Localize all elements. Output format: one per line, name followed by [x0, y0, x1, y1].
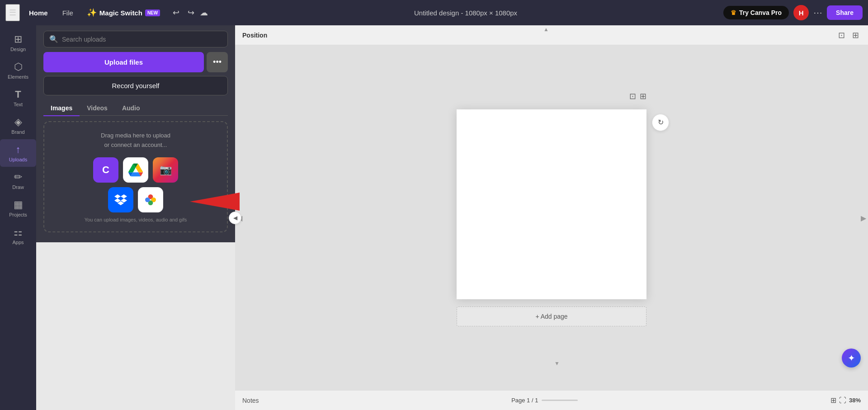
sidebar-item-projects[interactable]: ▦ Projects — [0, 194, 36, 222]
sidebar-apps-label: Apps — [12, 240, 24, 245]
canvas-resize-icon[interactable]: ⊡ — [836, 28, 847, 42]
try-pro-button[interactable]: ♛ Try Canva Pro — [723, 6, 789, 19]
search-input[interactable] — [62, 36, 222, 43]
canvas-add-icon[interactable]: ⊞ — [850, 28, 861, 42]
connect-icons-row1: C 📷 — [52, 157, 220, 183]
page-info: Page 1 / 1 — [264, 397, 825, 404]
uploads-panel: 🔍 Upload files ••• Record yourself Image… — [36, 25, 235, 242]
canvas-top-icons: ⊡ ⊞ — [629, 91, 646, 101]
design-icon: ⊞ — [14, 33, 22, 45]
sidebar-brand-label: Brand — [11, 129, 24, 135]
canvas-area: ▲ Position ⊡ ⊞ ◀ ▶ ⊡ ⊞ — [235, 25, 868, 410]
connect-canva-icon[interactable]: C — [93, 157, 118, 183]
sidebar-item-text[interactable]: T Text — [0, 84, 36, 112]
magic-switch-button[interactable]: ✨ Magic Switch NEW — [82, 6, 165, 19]
fullscreen-button[interactable]: ⛶ — [839, 396, 846, 405]
canvas-scroll[interactable]: ◀ ▶ ⊡ ⊞ ↻ + Add page ▼ — [235, 45, 868, 390]
helper-bot-button[interactable]: ✦ — [842, 349, 861, 368]
media-tabs: Images Videos Audio — [43, 101, 228, 116]
page-canvas — [457, 109, 646, 299]
sidebar-design-label: Design — [10, 47, 26, 52]
upload-hint: You can upload images, videos, audio and… — [52, 217, 220, 222]
svg-point-3 — [145, 197, 150, 202]
add-page-button[interactable]: + Add page — [457, 306, 646, 326]
file-button[interactable]: File — [57, 7, 79, 19]
uploads-icon: ↑ — [16, 144, 21, 156]
connect-gphotos-icon[interactable] — [138, 187, 163, 212]
sidebar-text-label: Text — [14, 102, 23, 107]
main-area: ⊞ Design ⬡ Elements T Text ◈ Brand ↑ Upl… — [0, 25, 868, 410]
zoom-level: 38% — [849, 397, 861, 404]
sidebar-elements-label: Elements — [8, 74, 28, 80]
page-container: ⊡ ⊞ ↻ — [457, 109, 646, 299]
connect-instagram-icon[interactable]: 📷 — [153, 157, 178, 183]
elements-icon: ⬡ — [14, 61, 23, 73]
bottom-bar: Notes Page 1 / 1 ⊞ ⛶ 38% — [235, 390, 868, 410]
connect-gdrive-icon[interactable] — [123, 157, 148, 183]
canvas-collapse-bottom[interactable]: ▼ — [552, 359, 562, 368]
sidebar-draw-label: Draw — [12, 184, 24, 190]
topbar-right: ♛ Try Canva Pro H ⋯ Share — [723, 5, 863, 20]
brand-icon: ◈ — [14, 116, 22, 128]
sidebar: ⊞ Design ⬡ Elements T Text ◈ Brand ↑ Upl… — [0, 25, 36, 410]
tab-audio[interactable]: Audio — [115, 101, 147, 115]
new-badge: NEW — [145, 9, 160, 16]
crown-icon: ♛ — [731, 9, 736, 16]
apps-icon: ⚏ — [14, 226, 23, 238]
search-bar: 🔍 — [43, 31, 228, 47]
canvas-toolbar: Position ⊡ ⊞ — [235, 25, 868, 45]
try-pro-label: Try Canva Pro — [739, 9, 782, 16]
add-element-icon[interactable]: ⊞ — [640, 91, 646, 101]
redo-button[interactable]: ↪ — [185, 5, 197, 20]
sidebar-projects-label: Projects — [9, 212, 27, 217]
sidebar-item-design[interactable]: ⊞ Design — [0, 29, 36, 57]
hamburger-button[interactable]: ☰ — [5, 4, 20, 21]
panel-wrapper: 🔍 Upload files ••• Record yourself Image… — [36, 25, 235, 410]
magic-icon: ✨ — [87, 8, 97, 18]
canvas-inner: ⊡ ⊞ ↻ + Add page — [439, 91, 665, 344]
sidebar-item-brand[interactable]: ◈ Brand — [0, 112, 36, 139]
page-info-text: Page 1 / 1 — [511, 397, 538, 404]
sidebar-item-draw[interactable]: ✏ Draw — [0, 167, 36, 194]
refresh-button[interactable]: ↻ — [652, 114, 669, 131]
record-yourself-button[interactable]: Record yourself — [43, 76, 228, 95]
connect-dropbox-icon[interactable] — [108, 187, 133, 212]
resize-handle-icon[interactable]: ⊡ — [629, 91, 636, 101]
upload-row: Upload files ••• — [43, 52, 228, 72]
share-button[interactable]: Share — [827, 5, 863, 20]
tab-images[interactable]: Images — [43, 101, 80, 115]
topbar-actions: ↩ ↪ ☁ — [170, 5, 208, 20]
upload-more-options-button[interactable]: ••• — [207, 52, 228, 72]
hide-panel-button[interactable]: ◀ — [229, 212, 241, 224]
drop-zone: Drag media here to upload or connect an … — [43, 121, 228, 232]
topbar-more-button[interactable]: ⋯ — [813, 7, 822, 18]
add-page-label: + Add page — [535, 313, 567, 320]
position-label: Position — [242, 32, 267, 39]
notes-button[interactable]: Notes — [242, 397, 259, 404]
sidebar-uploads-label: Uploads — [9, 157, 27, 162]
upload-files-button[interactable]: Upload files — [43, 52, 204, 72]
sidebar-item-apps[interactable]: ⚏ Apps — [0, 222, 36, 250]
undo-button[interactable]: ↩ — [170, 5, 182, 20]
sidebar-item-elements[interactable]: ⬡ Elements — [0, 57, 36, 84]
drag-text: Drag media here to upload — [101, 132, 170, 139]
page-dots — [542, 400, 578, 401]
canvas-collapse-top[interactable]: ▲ — [541, 25, 552, 33]
canvas-right-collapse[interactable]: ▶ — [859, 208, 868, 227]
magic-switch-label: Magic Switch — [99, 9, 142, 17]
zoom-bar: ⊞ ⛶ 38% — [830, 396, 861, 405]
grid-view-button[interactable]: ⊞ — [830, 396, 836, 405]
topbar: ☰ Home File ✨ Magic Switch NEW ↩ ↪ ☁ Unt… — [0, 0, 868, 25]
connect-icons-row2 — [52, 187, 220, 212]
avatar[interactable]: H — [793, 5, 809, 20]
connect-text: or connect an account... — [104, 141, 167, 148]
tab-videos[interactable]: Videos — [80, 101, 115, 115]
design-title: Untitled design - 1080px × 1080px — [414, 9, 517, 17]
home-button[interactable]: Home — [24, 7, 53, 19]
sidebar-item-uploads[interactable]: ↑ Uploads — [0, 139, 36, 167]
draw-icon: ✏ — [14, 171, 22, 183]
drop-text: Drag media here to upload or connect an … — [52, 131, 220, 150]
search-icon: 🔍 — [49, 35, 58, 43]
projects-icon: ▦ — [14, 199, 23, 211]
text-icon: T — [15, 89, 21, 100]
